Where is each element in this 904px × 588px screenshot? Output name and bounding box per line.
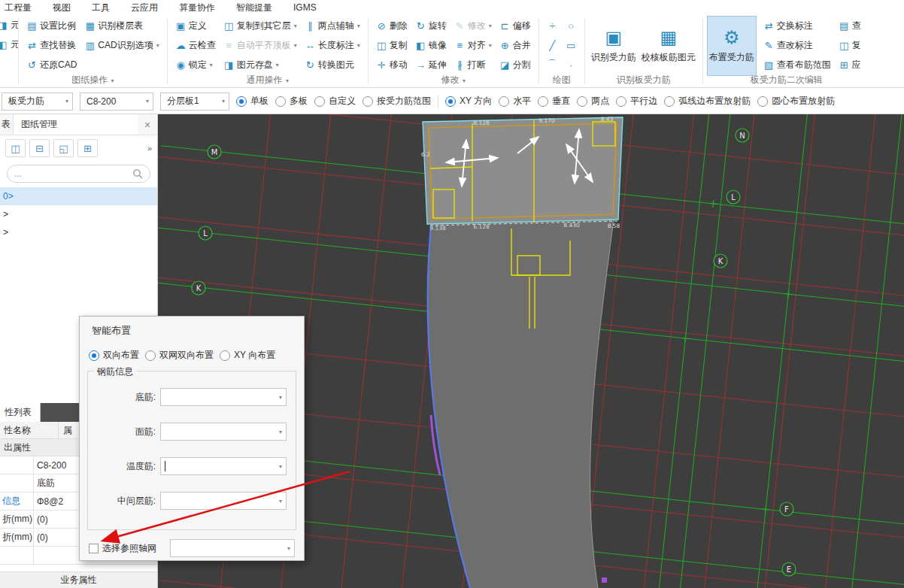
radio-two-point[interactable]: 两点 [577, 95, 609, 108]
group-label-drawing-ops[interactable]: 图纸操作 ▾ [19, 74, 167, 86]
road-slab[interactable] [428, 208, 615, 588]
ribbon-btn-dot-tool[interactable]: · [562, 55, 581, 74]
ribbon-btn-restore-cad[interactable]: ↺还原CAD [23, 55, 80, 74]
ribbon-btn-move[interactable]: ✛移动 [372, 55, 411, 74]
radio-xy-placement[interactable]: XY 向布置 [220, 349, 275, 362]
menu-item-tools[interactable]: 工具 [81, 0, 120, 15]
expand-more-icon[interactable]: » [147, 144, 152, 153]
radio-dot-icon [220, 350, 230, 361]
temperature-rebar-select[interactable]: ▾ [160, 457, 287, 475]
ribbon-btn-circle-tool[interactable]: ○ [562, 16, 581, 35]
search-input[interactable]: ... [7, 165, 150, 183]
ribbon-btn-line-tool[interactable]: ╱ [543, 35, 562, 55]
tree-item[interactable]: > [0, 205, 157, 223]
tab-property-list[interactable]: 性列表 [0, 403, 41, 422]
ribbon-btn-break[interactable]: ∦打断 [450, 55, 496, 74]
ribbon-btn-cad-identify-options[interactable]: ▥CAD识别选项▾ [80, 35, 162, 55]
ribbon-btn-clipped-element-2[interactable]: ◧元 [0, 35, 18, 54]
ribbon-btn-align[interactable]: ≡对齐▾ [450, 35, 496, 55]
copy-drawing-button[interactable]: ◫ [5, 139, 26, 157]
rebar-type-select[interactable]: 板受力筋▾ [2, 92, 73, 111]
top-rebar-select[interactable]: ▾ [160, 423, 287, 441]
ribbon-btn-view-rebar-range[interactable]: ▧查看布筋范围 [760, 55, 835, 74]
ribbon-btn-define[interactable]: ▣定义 [171, 16, 220, 35]
layer-slab-select[interactable]: 分层板1▾ [160, 92, 229, 111]
ribbon-btn-rect-tool[interactable]: ▭ [562, 35, 581, 55]
ribbon-btn-lock[interactable]: ◉锁定▾ [171, 55, 220, 74]
delete-drawing-button[interactable]: ⊟ [29, 139, 50, 157]
ribbon-btn-check-slab-rebar[interactable]: ▦ 校核板筋图元 [639, 16, 699, 76]
ribbon-btn-cloud-check[interactable]: ☁云检查 [171, 35, 220, 55]
radio-center-radial[interactable]: 圆心布置放射筋 [757, 95, 835, 108]
ribbon-btn-clipped-element-1[interactable]: ◨元 [0, 15, 18, 35]
ribbon-btn-merge[interactable]: ⊕合并 [496, 35, 535, 55]
ribbon-btn-place-rebar[interactable]: ⚙ 布置受力筋 [707, 16, 757, 76]
group-label-rebar-secondary-edit[interactable]: 板受力筋二次编辑 [703, 74, 870, 86]
ribbon-btn-modify[interactable]: ✎修改▾ [450, 16, 496, 35]
radio-arc-radial[interactable]: 弧线边布置放射筋 [664, 95, 751, 108]
close-icon[interactable]: × [138, 114, 157, 135]
tree-item[interactable]: 0> [0, 187, 157, 205]
ribbon-btn-convert-elements[interactable]: ↻转换图元 [301, 55, 364, 74]
svg-text:8.43: 8.43 [601, 116, 614, 123]
ribbon-btn-point-tool[interactable]: ÷ [543, 16, 562, 35]
ribbon-btn-clipped-right-2[interactable]: ◫复 [835, 35, 866, 55]
radio-horizontal[interactable]: 水平 [499, 95, 531, 108]
menu-item-smart-extract[interactable]: 智能提量 [226, 0, 283, 15]
svg-text:M: M [211, 148, 218, 156]
radio-vertical[interactable]: 垂直 [538, 95, 570, 108]
radio-multi-slab[interactable]: 多板 [275, 95, 308, 108]
ribbon-btn-split[interactable]: ◪分割 [496, 55, 535, 74]
ribbon-btn-save-elements[interactable]: ◨图元存盘▾ [220, 55, 301, 74]
middle-layer-rebar-select[interactable]: ▾ [160, 492, 287, 510]
ribbon-btn-check-edit-annotation[interactable]: ✎查改标注 [760, 35, 835, 55]
radio-xy-direction[interactable]: XY 方向 [445, 95, 492, 108]
ribbon-btn-identify-rebar[interactable]: ▣ 识别受力筋 [589, 16, 639, 76]
ribbon-btn-auto-align-top-slab[interactable]: ≡自动平齐顶板▾ [220, 35, 301, 55]
ribbon-btn-copy[interactable]: ◫复制 [372, 35, 411, 55]
ribbon-btn-extend[interactable]: →延伸 [411, 55, 450, 74]
sidebar-tabs: 表 图纸管理 × [0, 114, 157, 135]
radio-dot-icon [363, 96, 373, 107]
group-label-draw[interactable]: 绘图 [539, 74, 584, 86]
ribbon-btn-two-point-aux-axis[interactable]: ∥两点辅轴▾ [301, 16, 364, 35]
menu-item-cloud-app[interactable]: 云应用 [120, 0, 168, 15]
tab-drawing-manager[interactable]: 图纸管理 [14, 114, 138, 135]
rebar-spec-select[interactable]: C8-200▾ [80, 92, 153, 111]
ribbon-btn-swap-annotation[interactable]: ⇄交换标注 [760, 16, 835, 35]
group-label-identify-slab-rebar[interactable]: 识别板受力筋 [585, 74, 702, 86]
ribbon-btn-offset[interactable]: ⊏偏移 [496, 16, 535, 35]
ribbon-btn-clipped-right-3[interactable]: ⊞应 [835, 55, 866, 74]
tree-item[interactable]: > [0, 223, 157, 241]
ribbon-btn-identify-floor-table[interactable]: ▦识别楼层表 [80, 16, 162, 35]
locate-drawing-button[interactable]: ◱ [53, 139, 74, 157]
ribbon-btn-delete[interactable]: ⊘删除 [372, 16, 411, 35]
radio-single-slab[interactable]: 单板 [236, 95, 268, 108]
menu-item-collaboration[interactable]: 算量协作 [168, 0, 226, 15]
split-drawing-button[interactable]: ⊞ [77, 139, 98, 157]
reference-grid-select[interactable]: ▾ [170, 539, 295, 557]
menu-item-igms[interactable]: IGMS [283, 0, 327, 15]
menu-item-view[interactable]: 视图 [42, 0, 81, 15]
ribbon-btn-rotate[interactable]: ↻旋转 [411, 16, 450, 35]
caret-down-icon: ▾ [65, 98, 68, 105]
radio-by-rebar-range[interactable]: 按受力筋范围 [363, 95, 431, 108]
radio-double-mesh-two-way[interactable]: 双网双向布置 [145, 349, 214, 362]
ribbon-btn-length-dimension[interactable]: ↔长度标注▾ [301, 35, 364, 55]
bottom-rebar-select[interactable]: ▾ [160, 388, 287, 406]
ribbon-btn-set-scale[interactable]: ▤设置比例 [23, 16, 80, 35]
ribbon-btn-clipped-right-1[interactable]: ▤查 [835, 16, 866, 35]
tab-component-list-clipped[interactable]: 表 [0, 114, 14, 135]
reference-grid-checkbox[interactable] [89, 544, 99, 553]
ribbon-btn-find-replace[interactable]: ⇄查找替换 [23, 35, 80, 55]
ribbon-btn-arc-tool[interactable]: ⌒ [543, 55, 562, 74]
radio-two-way-placement[interactable]: 双向布置 [89, 349, 139, 362]
radio-custom[interactable]: 自定义 [314, 95, 356, 108]
radio-parallel-edge[interactable]: 平行边 [616, 95, 657, 108]
ribbon-btn-copy-to-other-layers[interactable]: ◫复制到其它层▾ [220, 16, 301, 35]
ribbon-btn-mirror[interactable]: ◧镜像 [411, 35, 450, 55]
menu-item-quantity[interactable]: 工程量 [0, 0, 42, 15]
group-label-modify[interactable]: 修改 ▾ [369, 74, 538, 86]
group-label-general-ops[interactable]: 通用操作 ▾ [168, 74, 368, 86]
business-properties-section[interactable]: 业务属性 [0, 571, 157, 588]
